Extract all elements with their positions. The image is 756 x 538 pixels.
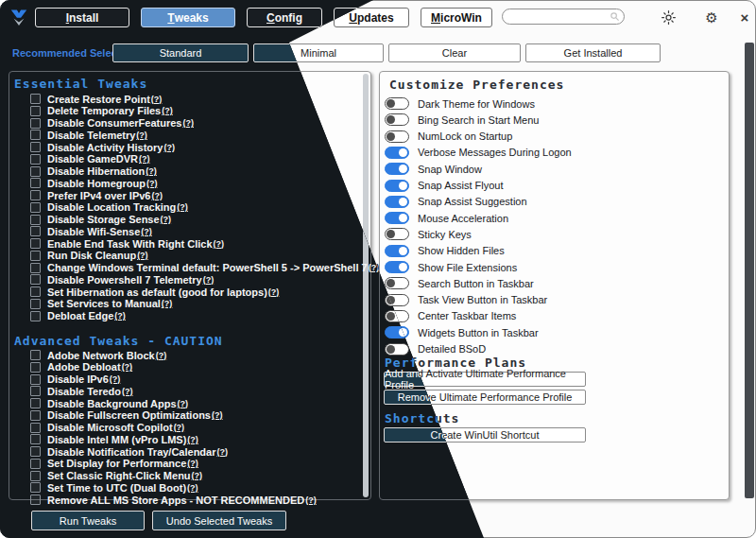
toggle-switch[interactable] bbox=[385, 310, 409, 322]
undo-selected-tweaks-button[interactable]: Undo Selected Tweaks bbox=[152, 511, 286, 530]
help-link[interactable]: (?) bbox=[369, 263, 380, 272]
help-link[interactable]: (?) bbox=[110, 374, 121, 384]
help-link[interactable]: (?) bbox=[178, 399, 189, 408]
help-link[interactable]: (?) bbox=[122, 387, 133, 396]
checkbox[interactable] bbox=[30, 166, 41, 177]
help-link[interactable]: (?) bbox=[192, 471, 203, 480]
checkbox[interactable] bbox=[30, 423, 41, 433]
toggle-switch[interactable] bbox=[385, 147, 409, 159]
checkbox[interactable] bbox=[30, 106, 41, 116]
help-link[interactable]: (?) bbox=[139, 154, 150, 164]
checkbox[interactable] bbox=[30, 350, 41, 360]
help-link[interactable]: (?) bbox=[156, 351, 167, 360]
checkbox[interactable] bbox=[30, 215, 41, 225]
toggle-switch[interactable] bbox=[385, 130, 409, 143]
minimal-button[interactable]: Minimal bbox=[253, 43, 384, 62]
help-link[interactable]: (?) bbox=[203, 275, 215, 285]
help-link[interactable]: (?) bbox=[122, 362, 133, 372]
checkbox[interactable] bbox=[30, 299, 41, 309]
checkbox[interactable] bbox=[30, 286, 41, 297]
help-link[interactable]: (?) bbox=[151, 191, 163, 200]
help-link[interactable]: (?) bbox=[136, 130, 147, 140]
theme-toggle-sun-icon[interactable] bbox=[660, 9, 677, 26]
help-link[interactable]: (?) bbox=[214, 239, 225, 249]
checkbox[interactable] bbox=[30, 130, 41, 140]
tab-updates[interactable]: Updates bbox=[334, 8, 409, 27]
checkbox[interactable] bbox=[30, 154, 41, 165]
help-link[interactable]: (?) bbox=[162, 106, 173, 115]
run-tweaks-button[interactable]: Run Tweaks bbox=[31, 511, 145, 530]
checkbox[interactable] bbox=[30, 311, 41, 321]
checkbox[interactable] bbox=[30, 238, 41, 249]
checkbox[interactable] bbox=[30, 446, 41, 457]
settings-gear-icon[interactable]: ⚙ bbox=[703, 9, 720, 26]
toggle-switch[interactable] bbox=[385, 294, 409, 306]
help-link[interactable]: (?) bbox=[146, 179, 158, 188]
toggle-switch[interactable] bbox=[385, 228, 409, 240]
help-link[interactable]: (?) bbox=[137, 251, 148, 260]
help-link[interactable]: (?) bbox=[305, 495, 317, 505]
toggle-switch[interactable] bbox=[385, 245, 409, 257]
get-installed-button[interactable]: Get Installed bbox=[525, 43, 661, 62]
help-link[interactable]: (?) bbox=[174, 423, 185, 432]
help-link[interactable]: (?) bbox=[212, 410, 223, 420]
help-link[interactable]: (?) bbox=[114, 311, 126, 321]
toggle-switch[interactable] bbox=[385, 97, 409, 110]
checkbox[interactable] bbox=[30, 274, 41, 285]
help-link[interactable]: (?) bbox=[217, 447, 229, 457]
checkbox[interactable] bbox=[30, 226, 41, 236]
toggle-switch[interactable] bbox=[385, 196, 409, 208]
help-link[interactable]: (?) bbox=[146, 166, 157, 176]
checkbox[interactable] bbox=[30, 459, 41, 469]
checkbox[interactable] bbox=[30, 471, 41, 481]
checkbox[interactable] bbox=[30, 251, 41, 261]
tab-microwin[interactable]: MicroWin bbox=[421, 8, 492, 27]
clear-button[interactable]: Clear bbox=[388, 43, 521, 62]
checkbox[interactable] bbox=[30, 190, 41, 200]
toggle-switch[interactable] bbox=[385, 343, 409, 356]
help-link[interactable]: (?) bbox=[177, 202, 188, 212]
checkbox[interactable] bbox=[30, 434, 41, 444]
checkbox[interactable] bbox=[30, 118, 41, 129]
search-input[interactable] bbox=[502, 9, 625, 25]
help-link[interactable]: (?) bbox=[187, 459, 198, 468]
tab-tweaks[interactable]: Tweaks bbox=[141, 8, 235, 27]
checkbox[interactable] bbox=[30, 362, 41, 373]
help-link[interactable]: (?) bbox=[163, 143, 175, 152]
checkbox[interactable] bbox=[30, 410, 41, 421]
toggle-switch[interactable] bbox=[385, 180, 409, 192]
standard-button[interactable]: Standard bbox=[112, 43, 249, 62]
tweaks-panel-scrollbar[interactable] bbox=[363, 74, 369, 497]
help-link[interactable]: (?) bbox=[187, 483, 198, 493]
checkbox[interactable] bbox=[30, 398, 41, 408]
window-scrollbar[interactable] bbox=[745, 43, 754, 498]
toggle-switch[interactable] bbox=[385, 261, 409, 273]
checkbox[interactable] bbox=[30, 263, 41, 273]
checkbox[interactable] bbox=[30, 178, 41, 188]
tab-install[interactable]: Install bbox=[35, 8, 129, 27]
toggle-switch[interactable] bbox=[385, 326, 409, 338]
create-winutil-shortcut-button[interactable]: Create WinUtil Shortcut bbox=[384, 427, 586, 443]
tab-config[interactable]: Config bbox=[247, 8, 322, 27]
remove-ultimate-performance-profile-button[interactable]: Remove Ultimate Performance Profile bbox=[384, 390, 586, 405]
help-link[interactable]: (?) bbox=[151, 95, 163, 104]
help-link[interactable]: (?) bbox=[182, 118, 194, 128]
checkbox[interactable] bbox=[30, 495, 41, 505]
checkbox[interactable] bbox=[30, 202, 41, 213]
toggle-switch[interactable] bbox=[385, 277, 409, 289]
add-and-activate-ultimate-performance-profile-button[interactable]: Add and Activate Ultimate Performance Pr… bbox=[384, 372, 586, 387]
toggle-switch[interactable] bbox=[385, 163, 409, 175]
help-link[interactable]: (?) bbox=[187, 435, 198, 444]
checkbox[interactable] bbox=[30, 142, 41, 152]
help-link[interactable]: (?) bbox=[268, 287, 280, 297]
toggle-switch[interactable] bbox=[385, 113, 409, 126]
help-link[interactable]: (?) bbox=[162, 299, 173, 308]
close-icon[interactable]: × bbox=[736, 9, 753, 26]
checkbox[interactable] bbox=[30, 386, 41, 396]
checkbox[interactable] bbox=[30, 374, 41, 385]
help-link[interactable]: (?) bbox=[141, 227, 152, 236]
toggle-switch[interactable] bbox=[385, 212, 409, 224]
checkbox[interactable] bbox=[30, 482, 41, 493]
checkbox[interactable] bbox=[30, 94, 41, 104]
help-link[interactable]: (?) bbox=[161, 215, 172, 224]
